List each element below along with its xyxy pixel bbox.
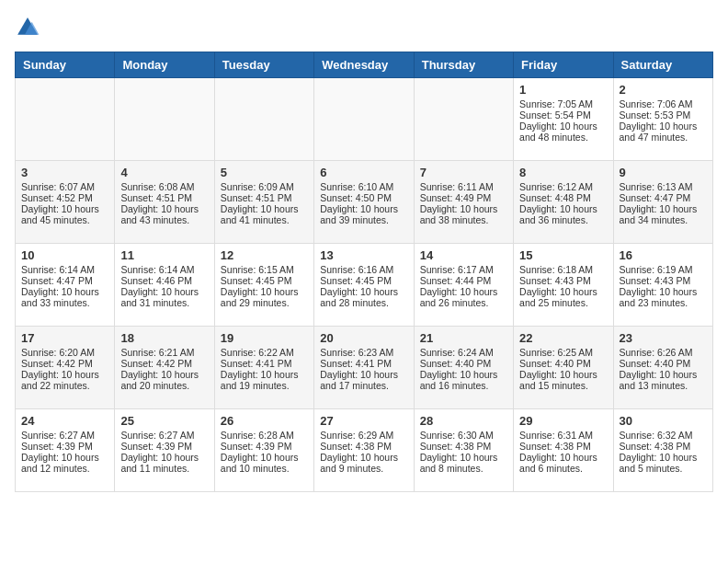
- calendar-cell: 30Sunrise: 6:32 AMSunset: 4:38 PMDayligh…: [613, 409, 712, 492]
- day-info: Daylight: 10 hours and 36 minutes.: [519, 203, 607, 225]
- day-info: Sunset: 4:46 PM: [120, 275, 208, 286]
- day-info: Sunset: 4:44 PM: [420, 275, 507, 286]
- day-info: Daylight: 10 hours and 10 minutes.: [221, 452, 308, 474]
- day-number: 11: [120, 248, 208, 262]
- day-info: Sunrise: 6:08 AM: [120, 181, 208, 192]
- day-number: 24: [21, 414, 108, 428]
- day-info: Daylight: 10 hours and 13 minutes.: [620, 369, 707, 391]
- calendar-cell: 7Sunrise: 6:11 AMSunset: 4:49 PMDaylight…: [414, 161, 513, 244]
- day-info: Sunrise: 6:26 AM: [620, 347, 707, 358]
- day-info: Sunrise: 6:19 AM: [620, 264, 707, 275]
- day-info: Sunrise: 6:07 AM: [21, 181, 108, 192]
- calendar-cell: 25Sunrise: 6:27 AMSunset: 4:39 PMDayligh…: [115, 409, 214, 492]
- day-info: Sunset: 4:45 PM: [320, 275, 407, 286]
- day-info: Sunset: 4:45 PM: [221, 275, 308, 286]
- day-info: Sunrise: 6:17 AM: [420, 264, 507, 275]
- day-info: Sunrise: 6:22 AM: [221, 347, 308, 358]
- day-info: Daylight: 10 hours and 6 minutes.: [519, 452, 607, 474]
- calendar-week-row: 10Sunrise: 6:14 AMSunset: 4:47 PMDayligh…: [16, 244, 713, 327]
- day-info: Sunrise: 6:14 AM: [21, 264, 108, 275]
- day-info: Sunset: 4:38 PM: [620, 441, 707, 452]
- day-info: Daylight: 10 hours and 20 minutes.: [120, 369, 208, 391]
- day-info: Daylight: 10 hours and 29 minutes.: [221, 286, 308, 308]
- calendar-cell: 14Sunrise: 6:17 AMSunset: 4:44 PMDayligh…: [414, 244, 513, 327]
- calendar-cell: 17Sunrise: 6:20 AMSunset: 4:42 PMDayligh…: [16, 327, 115, 409]
- calendar-cell: [214, 78, 313, 161]
- day-info: Sunset: 4:43 PM: [519, 275, 607, 286]
- day-number: 8: [519, 166, 607, 179]
- day-number: 28: [420, 414, 507, 428]
- calendar-cell: 16Sunrise: 6:19 AMSunset: 4:43 PMDayligh…: [613, 244, 712, 327]
- day-info: Daylight: 10 hours and 9 minutes.: [320, 452, 407, 474]
- calendar-cell: 10Sunrise: 6:14 AMSunset: 4:47 PMDayligh…: [16, 244, 115, 327]
- day-number: 21: [420, 331, 507, 345]
- day-number: 22: [519, 331, 607, 345]
- day-info: Sunrise: 6:13 AM: [620, 181, 707, 192]
- day-number: 19: [221, 331, 308, 345]
- calendar-cell: 26Sunrise: 6:28 AMSunset: 4:39 PMDayligh…: [214, 409, 313, 492]
- day-info: Daylight: 10 hours and 38 minutes.: [420, 203, 507, 225]
- day-info: Sunset: 4:48 PM: [519, 192, 607, 203]
- weekday-header-thursday: Thursday: [414, 52, 513, 78]
- day-number: 14: [420, 248, 507, 262]
- day-info: Daylight: 10 hours and 34 minutes.: [620, 203, 707, 225]
- day-info: Sunrise: 6:16 AM: [320, 264, 407, 275]
- day-info: Sunrise: 6:30 AM: [420, 430, 507, 441]
- day-info: Sunrise: 7:06 AM: [620, 98, 707, 109]
- day-info: Sunset: 4:38 PM: [320, 441, 407, 452]
- calendar-cell: 6Sunrise: 6:10 AMSunset: 4:50 PMDaylight…: [314, 161, 414, 244]
- calendar-cell: 3Sunrise: 6:07 AMSunset: 4:52 PMDaylight…: [16, 161, 115, 244]
- day-number: 10: [21, 248, 108, 262]
- weekday-header-wednesday: Wednesday: [314, 52, 414, 78]
- day-number: 5: [221, 166, 308, 179]
- day-info: Sunset: 4:39 PM: [221, 441, 308, 452]
- day-info: Sunset: 4:50 PM: [320, 192, 407, 203]
- day-info: Daylight: 10 hours and 11 minutes.: [120, 452, 208, 474]
- day-info: Sunrise: 6:24 AM: [420, 347, 507, 358]
- day-info: Daylight: 10 hours and 43 minutes.: [120, 203, 208, 225]
- calendar-cell: 18Sunrise: 6:21 AMSunset: 4:42 PMDayligh…: [115, 327, 214, 409]
- day-number: 12: [221, 248, 308, 262]
- day-info: Daylight: 10 hours and 17 minutes.: [320, 369, 407, 391]
- logo: [15, 15, 44, 40]
- day-number: 29: [519, 414, 607, 428]
- day-info: Daylight: 10 hours and 45 minutes.: [21, 203, 108, 225]
- calendar-table: SundayMondayTuesdayWednesdayThursdayFrid…: [15, 52, 713, 492]
- calendar-cell: 11Sunrise: 6:14 AMSunset: 4:46 PMDayligh…: [115, 244, 214, 327]
- day-info: Sunrise: 6:11 AM: [420, 181, 507, 192]
- calendar-cell: 20Sunrise: 6:23 AMSunset: 4:41 PMDayligh…: [314, 327, 414, 409]
- day-info: Sunset: 4:52 PM: [21, 192, 108, 203]
- day-info: Sunrise: 6:31 AM: [519, 430, 607, 441]
- weekday-header-monday: Monday: [115, 52, 214, 78]
- day-info: Sunset: 4:51 PM: [221, 192, 308, 203]
- day-number: 3: [21, 166, 108, 179]
- day-info: Sunrise: 7:05 AM: [519, 98, 607, 109]
- day-number: 15: [519, 248, 607, 262]
- calendar-cell: 24Sunrise: 6:27 AMSunset: 4:39 PMDayligh…: [16, 409, 115, 492]
- calendar-cell: 15Sunrise: 6:18 AMSunset: 4:43 PMDayligh…: [514, 244, 613, 327]
- day-number: 23: [620, 331, 707, 345]
- weekday-header-tuesday: Tuesday: [214, 52, 313, 78]
- day-info: Sunset: 4:38 PM: [420, 441, 507, 452]
- calendar-cell: 9Sunrise: 6:13 AMSunset: 4:47 PMDaylight…: [613, 161, 712, 244]
- day-info: Sunset: 4:40 PM: [420, 358, 507, 369]
- day-info: Daylight: 10 hours and 28 minutes.: [320, 286, 407, 308]
- day-info: Sunrise: 6:21 AM: [120, 347, 208, 358]
- day-info: Sunset: 4:39 PM: [120, 441, 208, 452]
- logo-icon: [15, 15, 40, 40]
- day-info: Sunrise: 6:23 AM: [320, 347, 407, 358]
- calendar-week-row: 1Sunrise: 7:05 AMSunset: 5:54 PMDaylight…: [16, 78, 713, 161]
- day-info: Sunrise: 6:27 AM: [120, 430, 208, 441]
- day-info: Sunset: 4:47 PM: [620, 192, 707, 203]
- day-number: 20: [320, 331, 407, 345]
- day-number: 27: [320, 414, 407, 428]
- day-info: Sunset: 4:40 PM: [620, 358, 707, 369]
- day-info: Sunrise: 6:18 AM: [519, 264, 607, 275]
- weekday-header-saturday: Saturday: [613, 52, 712, 78]
- day-info: Daylight: 10 hours and 19 minutes.: [221, 369, 308, 391]
- day-number: 6: [320, 166, 407, 179]
- calendar-cell: 5Sunrise: 6:09 AMSunset: 4:51 PMDaylight…: [214, 161, 313, 244]
- day-info: Daylight: 10 hours and 15 minutes.: [519, 369, 607, 391]
- calendar-cell: 21Sunrise: 6:24 AMSunset: 4:40 PMDayligh…: [414, 327, 513, 409]
- calendar-cell: 13Sunrise: 6:16 AMSunset: 4:45 PMDayligh…: [314, 244, 414, 327]
